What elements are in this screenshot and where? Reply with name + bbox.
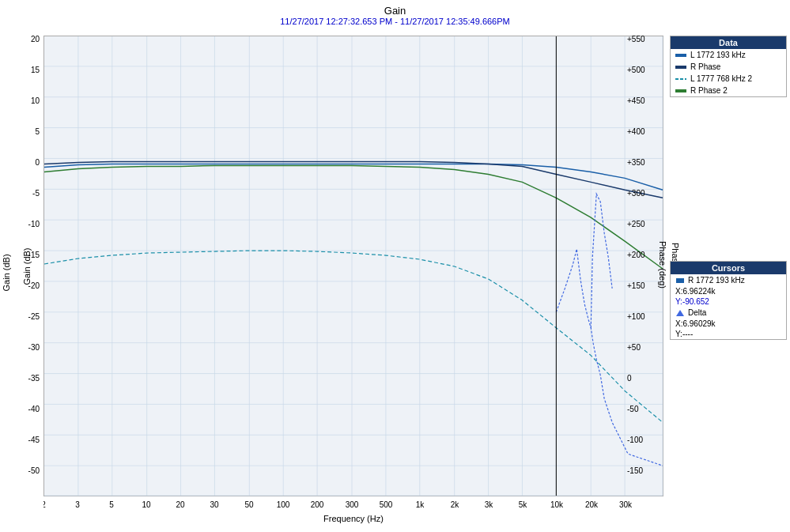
svg-text:10: 10	[31, 96, 40, 105]
svg-text:20: 20	[176, 500, 185, 509]
legend-item-2: L 1777 768 kHz 2	[671, 73, 786, 85]
svg-text:+300: +300	[627, 189, 645, 198]
svg-text:+100: +100	[627, 312, 645, 321]
svg-text:2: 2	[43, 500, 46, 509]
svg-text:30: 30	[210, 500, 219, 509]
cursor-swatch-1	[675, 309, 685, 317]
svg-text:0: 0	[627, 374, 632, 383]
svg-text:+150: +150	[627, 281, 645, 290]
cursor-y-0: Y:-90.652	[671, 296, 786, 307]
cursors-title: Cursors	[671, 262, 786, 274]
svg-text:-50: -50	[28, 466, 40, 475]
cursor-y-1: Y:----	[671, 329, 786, 339]
legend-item-3: R Phase 2	[671, 85, 786, 96]
svg-text:100: 100	[277, 500, 290, 509]
chart-title: Gain	[0, 0, 790, 17]
svg-marker-91	[676, 310, 684, 316]
svg-rect-0	[44, 36, 663, 496]
svg-text:Phase (deg): Phase (deg)	[658, 241, 667, 289]
cursor-label-0: R 1772 193 kHz	[688, 276, 745, 285]
legend-swatch-1	[675, 63, 686, 71]
svg-text:30k: 30k	[619, 500, 633, 509]
svg-text:Frequency (Hz): Frequency (Hz)	[323, 514, 384, 523]
y-axis-right: +550 +500 +450 +400 +350 +300 +250 +200 …	[624, 36, 667, 496]
svg-text:10: 10	[142, 500, 151, 509]
svg-text:-45: -45	[28, 436, 40, 444]
svg-text:3: 3	[75, 500, 80, 509]
svg-text:5: 5	[35, 127, 40, 136]
y-axis-left: 20 15 10 5 0 -5 -10 -15 -20 -25 -30 -35 …	[0, 36, 43, 496]
svg-text:-15: -15	[28, 251, 40, 259]
x-axis: 2 3 5 10 20 30 50 100 200 300 500 1k 2k …	[43, 496, 663, 532]
svg-text:+350: +350	[627, 158, 645, 167]
legend-label-1: R Phase	[690, 62, 720, 71]
legend-item-0: L 1772 193 kHz	[671, 49, 786, 61]
legend-cursors: Cursors R 1772 193 kHz X:6.96224k Y:-90.…	[670, 261, 787, 340]
svg-text:5: 5	[109, 500, 114, 509]
svg-text:0: 0	[35, 158, 40, 167]
svg-text:+450: +450	[627, 96, 645, 105]
legend-swatch-0	[675, 51, 686, 59]
legend-swatch-2	[675, 75, 686, 83]
svg-rect-89	[675, 89, 686, 92]
svg-text:-5: -5	[32, 189, 40, 198]
svg-text:1k: 1k	[416, 500, 425, 509]
cursor-x-1: X:6.96029k	[671, 319, 786, 329]
svg-text:-25: -25	[28, 312, 40, 321]
cursor-item-1: Delta	[671, 307, 786, 319]
svg-text:+500: +500	[627, 66, 645, 74]
svg-text:-50: -50	[627, 405, 639, 413]
svg-text:+550: +550	[627, 36, 645, 43]
svg-text:+200: +200	[627, 251, 645, 259]
svg-text:20: 20	[31, 36, 40, 43]
legend-data: Data L 1772 193 kHz R Phase L 1777 768 k…	[670, 36, 787, 97]
cursor-x-0: X:6.96224k	[671, 286, 786, 296]
svg-text:10k: 10k	[550, 500, 564, 509]
cursor-item-0: R 1772 193 kHz	[671, 274, 786, 286]
svg-text:+400: +400	[627, 127, 645, 136]
chart-subtitle: 11/27/2017 12:27:32.653 PM - 11/27/2017 …	[0, 17, 790, 26]
svg-text:15: 15	[31, 66, 40, 74]
svg-text:-20: -20	[28, 281, 40, 290]
svg-rect-90	[676, 278, 684, 283]
svg-text:-100: -100	[627, 436, 643, 444]
legend-swatch-3	[675, 87, 686, 95]
cursor-label-1: Delta	[688, 308, 706, 317]
svg-text:2k: 2k	[451, 500, 460, 509]
legend-label-0: L 1772 193 kHz	[690, 51, 746, 59]
svg-text:5k: 5k	[519, 500, 528, 509]
chart-container: Gain 11/27/2017 12:27:32.653 PM - 11/27/…	[0, 0, 790, 532]
svg-text:-150: -150	[627, 466, 643, 475]
legend-data-title: Data	[671, 36, 786, 49]
svg-text:300: 300	[346, 500, 359, 509]
svg-text:-35: -35	[28, 374, 40, 383]
svg-text:3k: 3k	[485, 500, 494, 509]
svg-text:Gain (dB): Gain (dB)	[2, 254, 11, 291]
svg-text:20k: 20k	[585, 500, 599, 509]
legend-item-1: R Phase	[671, 61, 786, 73]
svg-text:+250: +250	[627, 220, 645, 228]
svg-text:+50: +50	[627, 343, 641, 352]
chart-plot-area	[43, 36, 663, 496]
svg-text:-10: -10	[28, 220, 40, 228]
svg-text:-30: -30	[28, 343, 40, 352]
svg-text:500: 500	[380, 500, 393, 509]
cursor-swatch-0	[675, 277, 685, 285]
chart-svg	[44, 36, 663, 496]
legend-label-2: L 1777 768 kHz 2	[690, 74, 752, 83]
svg-text:200: 200	[311, 500, 324, 509]
legend-label-3: R Phase 2	[690, 86, 728, 95]
svg-rect-86	[675, 54, 686, 57]
svg-text:50: 50	[244, 500, 254, 509]
svg-text:-40: -40	[28, 405, 40, 413]
svg-rect-87	[675, 66, 686, 69]
